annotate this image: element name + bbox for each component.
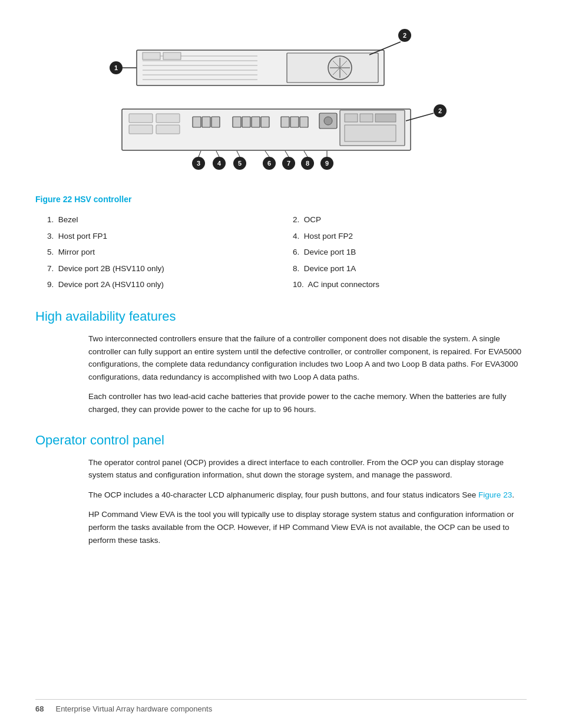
- svg-line-51: [304, 151, 308, 157]
- svg-rect-10: [143, 52, 160, 60]
- svg-rect-27: [202, 117, 210, 127]
- svg-rect-25: [156, 125, 180, 134]
- ocp-heading: Operator control panel: [35, 433, 527, 448]
- svg-point-37: [324, 117, 332, 125]
- high-availability-section: High availability features Two interconn…: [35, 309, 527, 416]
- part-item-10: 10. AC input connectors: [293, 278, 527, 291]
- hsv-controller-diagram: 1 2: [75, 18, 487, 189]
- svg-line-49: [265, 151, 269, 157]
- svg-rect-26: [193, 117, 201, 127]
- svg-line-20: [369, 42, 401, 55]
- part-item-9: 9. Device port 2A (HSV110 only): [47, 278, 281, 291]
- part-item-8: 8. Device port 1A: [293, 262, 527, 275]
- footer-title: Enterprise Virtual Array hardware compon…: [55, 704, 212, 713]
- svg-rect-39: [345, 114, 358, 122]
- parts-list: 1. Bezel 2. OCP 3. Host port FP1 4. Host…: [47, 213, 527, 291]
- svg-text:9: 9: [325, 160, 329, 167]
- svg-line-46: [199, 151, 201, 157]
- svg-text:2: 2: [438, 107, 442, 114]
- svg-rect-32: [261, 117, 269, 127]
- page-footer: 68 Enterprise Virtual Array hardware com…: [35, 699, 527, 713]
- svg-rect-28: [211, 117, 220, 127]
- high-availability-para-1: Two interconnected controllers ensure th…: [88, 332, 527, 383]
- svg-text:7: 7: [287, 160, 290, 167]
- svg-rect-23: [129, 125, 153, 134]
- svg-text:6: 6: [267, 160, 271, 167]
- svg-rect-33: [281, 117, 289, 127]
- part-item-1: 1. Bezel: [47, 213, 281, 226]
- svg-rect-11: [163, 52, 181, 60]
- part-item-3: 3. Host port FP1: [47, 230, 281, 243]
- svg-line-48: [237, 151, 240, 157]
- svg-text:1: 1: [114, 64, 118, 71]
- svg-rect-29: [233, 117, 241, 127]
- svg-rect-40: [360, 114, 373, 122]
- svg-line-47: [216, 151, 219, 157]
- svg-text:8: 8: [306, 160, 309, 167]
- svg-rect-30: [242, 117, 250, 127]
- page-number: 68: [35, 704, 44, 713]
- ocp-para-1: The operator control panel (OCP) provide…: [88, 456, 527, 482]
- svg-rect-31: [252, 117, 260, 127]
- part-item-6: 6. Device port 1B: [293, 246, 527, 259]
- part-item-7: 7. Device port 2B (HSV110 only): [47, 262, 281, 275]
- svg-text:4: 4: [217, 160, 222, 167]
- svg-text:5: 5: [238, 160, 242, 167]
- svg-line-50: [285, 151, 289, 157]
- part-item-4: 4. Host port FP2: [293, 230, 527, 243]
- svg-rect-35: [300, 117, 308, 127]
- ocp-para-2: The OCP includes a 40-character LCD alph…: [88, 489, 527, 502]
- ocp-para-3: HP Command View EVA is the tool you will…: [88, 508, 527, 546]
- figure-caption: Figure 22 HSV controller: [35, 195, 527, 204]
- svg-text:3: 3: [197, 160, 200, 167]
- part-item-5: 5. Mirror port: [47, 246, 281, 259]
- high-availability-heading: High availability features: [35, 309, 527, 324]
- figure-23-link[interactable]: Figure 23: [478, 490, 512, 499]
- svg-rect-24: [156, 114, 180, 123]
- svg-rect-22: [129, 114, 153, 123]
- svg-rect-42: [345, 125, 396, 141]
- part-item-2: 2. OCP: [293, 213, 527, 226]
- operator-control-panel-section: Operator control panel The operator cont…: [35, 433, 527, 547]
- svg-rect-41: [375, 114, 396, 122]
- svg-text:2: 2: [403, 32, 406, 39]
- svg-rect-34: [290, 117, 299, 127]
- high-availability-para-2: Each controller has two lead-acid cache …: [88, 390, 527, 416]
- diagram-area: 1 2: [35, 18, 527, 189]
